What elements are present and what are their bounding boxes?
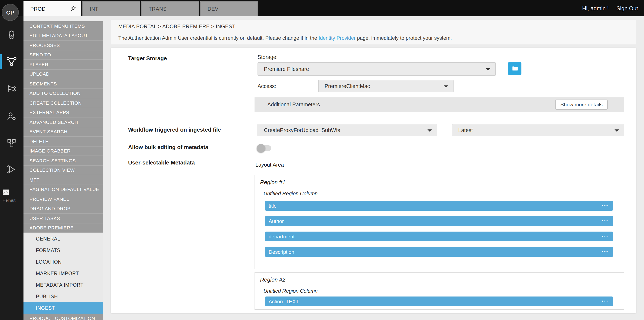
app-window: PROD INT TRANS DEV Hi, admin ! Sign Out …: [0, 0, 644, 320]
metadata-field-label: department: [268, 233, 294, 239]
branch-icon[interactable]: [5, 82, 18, 95]
layout-region-1: Region #1 Untitled Region Column title •…: [254, 175, 624, 269]
ellipsis-icon[interactable]: •••: [602, 296, 608, 306]
play-graph-icon[interactable]: [5, 163, 18, 176]
metadata-field-action-text[interactable]: Action_TEXT •••: [265, 296, 613, 306]
cubes-icon[interactable]: [5, 28, 18, 42]
metadata-field-department[interactable]: department •••: [265, 232, 613, 241]
additional-parameters-bar: Additional Parameters Show more details: [254, 97, 624, 112]
metadata-field-title[interactable]: title •••: [265, 201, 613, 211]
tab-int[interactable]: INT: [82, 1, 140, 16]
broken-image-alt-text: Helmut: [2, 198, 21, 202]
sidebar-item-processes[interactable]: PROCESSES: [24, 41, 103, 50]
sidebar-item-add-to-collection[interactable]: ADD TO COLLECTION: [24, 89, 103, 98]
ellipsis-icon[interactable]: •••: [602, 247, 608, 257]
sidebar-item-send-to[interactable]: SEND TO: [24, 50, 103, 60]
metadata-field-label: Description: [268, 249, 294, 255]
settings-sidebar: CONTEXT MENU ITEMS EDIT METADATA LAYOUT …: [24, 21, 103, 320]
chevron-down-icon: [428, 129, 432, 131]
sidebar-subitem-marker-import[interactable]: MARKER IMPORT: [24, 267, 103, 279]
toggle-knob: [257, 144, 265, 153]
sidebar-item-mft[interactable]: MFT: [24, 175, 103, 185]
avatar[interactable]: CP: [2, 4, 19, 21]
tab-trans[interactable]: TRANS: [141, 1, 199, 16]
sidebar-item-collection-view[interactable]: COLLECTION VIEW: [24, 166, 103, 175]
tab-prod[interactable]: PROD: [24, 1, 81, 16]
metadata-field-label: Action_TEXT: [268, 298, 299, 304]
sidebar-item-product-customization[interactable]: PRODUCT CUSTOMIZATION: [24, 313, 103, 320]
region-title: Region #2: [260, 276, 286, 283]
region-column-title: Untitled Region Column: [264, 288, 318, 294]
ellipsis-icon[interactable]: •••: [602, 216, 608, 226]
storage-select[interactable]: Premiere Fileshare: [258, 62, 496, 76]
sidebar-item-context-menu-items[interactable]: CONTEXT MENU ITEMS: [24, 21, 103, 31]
node-graph-icon[interactable]: [5, 55, 18, 68]
user-gear-icon[interactable]: [5, 109, 18, 123]
layout-area-label: Layout Area: [256, 161, 284, 168]
sidebar-item-pagination-default-value[interactable]: PAGINATION DEFAULT VALUE: [24, 185, 103, 194]
sidebar-item-segments[interactable]: SEGMENTS: [24, 79, 103, 89]
sidebar-item-external-apps[interactable]: EXTERNAL APPS: [24, 108, 103, 118]
tab-dev[interactable]: DEV: [200, 1, 258, 16]
region-column-title: Untitled Region Column: [264, 191, 318, 197]
sidebar-item-user-tasks[interactable]: USER TASKS: [24, 214, 103, 223]
sidebar-item-drag-and-drop[interactable]: DRAG AND DROP: [24, 204, 103, 214]
sidebar-item-create-collection[interactable]: CREATE COLLECTION: [24, 98, 103, 108]
broken-logo-image: Helmut: [2, 189, 21, 202]
sidebar-subitem-location[interactable]: LOCATION: [24, 256, 103, 267]
sidebar-item-upload[interactable]: UPLOAD: [24, 69, 103, 79]
top-bar: PROD INT TRANS DEV Hi, admin ! Sign Out: [0, 0, 644, 16]
chevron-down-icon: [614, 129, 619, 131]
chevron-down-icon: [486, 68, 490, 70]
tab-prod-label: PROD: [30, 6, 46, 12]
folder-icon: [512, 65, 518, 72]
sidebar-item-event-search[interactable]: EVENT SEARCH: [24, 127, 103, 137]
metadata-field-description[interactable]: Description •••: [265, 247, 613, 257]
sidebar-item-delete[interactable]: DELETE: [24, 137, 103, 146]
region-title: Region #1: [260, 179, 286, 185]
sidebar-item-edit-metadata-layout[interactable]: EDIT METADATA LAYOUT: [24, 31, 103, 41]
breadcrumb: MEDIA PORTAL > ADOBE PREMIERE > INGEST: [118, 24, 235, 30]
bulk-editing-label: Allow bulk editing of metadata: [128, 144, 208, 151]
ellipsis-icon[interactable]: •••: [602, 232, 608, 241]
metadata-field-label: title: [268, 203, 276, 209]
storage-field-label: Storage:: [258, 54, 278, 61]
identity-provider-link[interactable]: Identity Provider: [318, 35, 356, 41]
bulk-editing-toggle[interactable]: [257, 144, 273, 153]
sidebar-item-preview-panel[interactable]: PREVIEW PANEL: [24, 194, 103, 204]
show-more-details-button[interactable]: Show more details: [556, 100, 608, 110]
warning-text-after: page, immediately to protect your system…: [356, 35, 452, 41]
sign-out-link[interactable]: Sign Out: [616, 5, 638, 11]
tab-dev-label: DEV: [208, 6, 218, 12]
sidebar-item-search-settings[interactable]: SEARCH SETTINGS: [24, 156, 103, 166]
sidebar-item-advanced-search[interactable]: ADVANCED SEARCH: [24, 118, 103, 127]
workflow-select[interactable]: CreateProxyForUpload_SubWfs: [258, 124, 437, 136]
active-rail-indicator: [0, 54, 2, 69]
tab-trans-label: TRANS: [148, 6, 166, 12]
sidebar-subitem-publish[interactable]: PUBLISH: [24, 290, 103, 302]
cluster-icon[interactable]: [5, 136, 18, 150]
ingest-settings-panel: Target Storage Storage: Premiere Filesha…: [111, 48, 636, 313]
workflow-select-value: CreateProxyForUpload_SubWfs: [264, 127, 340, 133]
workflow-version-value: Latest: [458, 127, 473, 133]
sidebar-item-adobe-premiere[interactable]: ADOBE PREMIERE: [24, 223, 103, 233]
breadcrumb-block: MEDIA PORTAL > ADOBE PREMIERE > INGEST T…: [111, 20, 636, 45]
workflow-version-select[interactable]: Latest: [452, 124, 624, 136]
sidebar-subitem-ingest[interactable]: INGEST: [24, 302, 103, 313]
sidebar-item-player[interactable]: PLAYER: [24, 60, 103, 69]
sidebar-subitem-general[interactable]: GENERAL: [24, 233, 103, 244]
access-field-label: Access:: [258, 83, 276, 90]
pin-icon[interactable]: [70, 6, 76, 13]
sidebar-subitem-formats[interactable]: FORMATS: [24, 244, 103, 256]
storage-select-value: Premiere Fileshare: [264, 66, 309, 72]
metadata-field-label: Author: [268, 218, 284, 224]
ellipsis-icon[interactable]: •••: [602, 201, 608, 211]
access-select[interactable]: PremiereClientMac: [318, 80, 454, 92]
sidebar-subitem-metadata-import[interactable]: METADATA IMPORT: [24, 279, 103, 290]
tab-int-label: INT: [90, 6, 98, 12]
additional-parameters-label: Additional Parameters: [267, 102, 320, 108]
environment-tabs: PROD INT TRANS DEV: [24, 1, 258, 16]
browse-folder-button[interactable]: [508, 62, 522, 75]
sidebar-item-image-grabber[interactable]: IMAGE GRABBER: [24, 146, 103, 156]
metadata-field-author[interactable]: Author •••: [265, 216, 613, 226]
